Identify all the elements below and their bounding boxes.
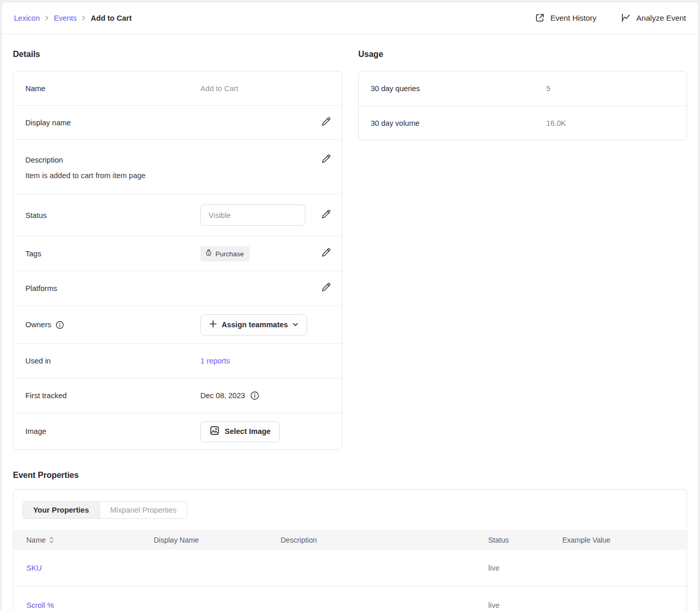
event-history-label: Event History bbox=[550, 13, 596, 22]
svg-text:$: $ bbox=[208, 252, 210, 255]
description-label: Description bbox=[25, 156, 310, 164]
status-label: Status bbox=[25, 211, 200, 220]
detail-row-used-in: Used in 1 reports bbox=[13, 343, 342, 378]
name-label: Name bbox=[25, 84, 200, 93]
owners-label: Owners bbox=[25, 321, 51, 329]
status-input[interactable]: Visible bbox=[200, 205, 305, 226]
usage-queries-value: 5 bbox=[546, 84, 550, 93]
properties-table: Name Display Name Description Status Exa… bbox=[13, 530, 687, 611]
breadcrumb: Lexicon Events Add to Cart bbox=[14, 14, 132, 22]
detail-row-owners: Owners Assign teammates bbox=[13, 306, 342, 343]
first-tracked-label: First tracked bbox=[25, 391, 200, 400]
top-actions: Event History Analyze Event bbox=[534, 12, 686, 23]
table-row-scroll-pct[interactable]: Scroll % live bbox=[13, 587, 687, 611]
external-link-icon bbox=[534, 12, 545, 23]
detail-row-image: Image Select Image bbox=[13, 413, 342, 449]
event-history-button[interactable]: Event History bbox=[534, 12, 596, 23]
usage-section: Usage 30 day queries 5 30 day volume 16.… bbox=[358, 50, 687, 140]
detail-row-tags: Tags $ Purchase bbox=[13, 236, 342, 271]
image-icon bbox=[209, 425, 220, 438]
analyze-event-button[interactable]: Analyze Event bbox=[620, 12, 686, 23]
assign-teammates-label: Assign teammates bbox=[222, 321, 288, 329]
edit-status-button[interactable] bbox=[310, 209, 342, 222]
usage-row-volume: 30 day volume 16.0K bbox=[359, 106, 687, 140]
detail-row-platforms: Platforms bbox=[13, 271, 342, 306]
tag-chip-label: Purchase bbox=[215, 250, 244, 258]
table-row-sku[interactable]: SKU live bbox=[13, 549, 687, 587]
column-header-display-name: Display Name bbox=[154, 536, 281, 544]
pencil-icon bbox=[320, 282, 331, 295]
column-header-description: Description bbox=[281, 536, 488, 544]
info-icon[interactable] bbox=[250, 391, 259, 400]
top-bar: Lexicon Events Add to Cart Event History bbox=[2, 2, 698, 34]
tab-mixpanel-properties[interactable]: Mixpanel Properties bbox=[100, 502, 187, 518]
detail-row-status: Status Visible bbox=[13, 194, 342, 236]
breadcrumb-events[interactable]: Events bbox=[54, 14, 77, 22]
property-status: live bbox=[488, 601, 562, 609]
money-bag-icon: $ bbox=[205, 249, 212, 258]
info-icon[interactable] bbox=[55, 321, 64, 329]
detail-row-name: Name Add to Cart bbox=[13, 71, 342, 105]
usage-row-queries: 30 day queries 5 bbox=[359, 71, 687, 106]
detail-row-description: Description Item is added to cart from i… bbox=[13, 139, 342, 194]
details-section: Details Name Add to Cart Display name bbox=[13, 50, 342, 450]
breadcrumb-lexicon[interactable]: Lexicon bbox=[14, 14, 40, 22]
lexicon-event-detail-page: Lexicon Events Add to Cart Event History bbox=[1, 2, 699, 611]
tag-chip-purchase[interactable]: $ Purchase bbox=[200, 246, 250, 261]
line-chart-icon bbox=[620, 12, 631, 23]
breadcrumb-current: Add to Cart bbox=[91, 14, 132, 22]
edit-tags-button[interactable] bbox=[310, 247, 342, 260]
pencil-icon bbox=[320, 209, 331, 222]
column-header-name[interactable]: Name bbox=[26, 536, 154, 544]
usage-queries-label: 30 day queries bbox=[371, 84, 546, 93]
display-name-label: Display name bbox=[25, 119, 200, 127]
chevron-right-icon bbox=[45, 16, 49, 20]
used-in-label: Used in bbox=[25, 357, 200, 365]
analyze-event-label: Analyze Event bbox=[636, 13, 686, 22]
edit-description-button[interactable] bbox=[310, 153, 342, 167]
property-name-link[interactable]: SKU bbox=[26, 564, 154, 572]
plus-icon bbox=[209, 320, 217, 329]
properties-table-header: Name Display Name Description Status Exa… bbox=[13, 530, 687, 549]
description-value: Item is added to cart from item page bbox=[25, 171, 342, 180]
platforms-label: Platforms bbox=[25, 284, 200, 293]
property-status: live bbox=[488, 564, 562, 572]
details-card: Name Add to Cart Display name bbox=[13, 71, 342, 450]
pencil-icon bbox=[320, 153, 331, 167]
sort-icon bbox=[49, 536, 54, 544]
usage-heading: Usage bbox=[358, 50, 687, 59]
event-properties-card: Your Properties Mixpanel Properties Name… bbox=[13, 489, 687, 611]
image-label: Image bbox=[25, 427, 200, 435]
pencil-icon bbox=[320, 247, 331, 260]
column-header-status: Status bbox=[488, 536, 562, 544]
assign-teammates-button[interactable]: Assign teammates bbox=[200, 314, 307, 336]
select-image-button[interactable]: Select Image bbox=[200, 421, 280, 442]
event-properties-section: Event Properties Your Properties Mixpane… bbox=[13, 471, 687, 611]
tags-label: Tags bbox=[25, 250, 200, 258]
select-image-label: Select Image bbox=[225, 427, 271, 435]
detail-row-first-tracked: First tracked Dec 08, 2023 bbox=[13, 378, 342, 413]
property-name-link[interactable]: Scroll % bbox=[26, 601, 154, 609]
column-header-example-value: Example Value bbox=[562, 536, 687, 544]
event-properties-heading: Event Properties bbox=[13, 471, 687, 480]
detail-row-display-name: Display name bbox=[13, 105, 342, 139]
usage-volume-label: 30 day volume bbox=[371, 119, 546, 127]
column-name-label: Name bbox=[26, 536, 46, 544]
used-in-reports-link[interactable]: 1 reports bbox=[200, 357, 230, 365]
first-tracked-value: Dec 08, 2023 bbox=[200, 391, 245, 400]
usage-volume-value: 16.0K bbox=[546, 119, 566, 127]
chevron-down-icon bbox=[293, 321, 298, 329]
usage-card: 30 day queries 5 30 day volume 16.0K bbox=[358, 71, 687, 140]
pencil-icon bbox=[320, 116, 331, 129]
edit-platforms-button[interactable] bbox=[310, 282, 342, 295]
properties-tab-group: Your Properties Mixpanel Properties bbox=[22, 501, 187, 519]
main-content: Details Name Add to Cart Display name bbox=[2, 34, 698, 611]
chevron-right-icon bbox=[81, 16, 86, 20]
edit-display-name-button[interactable] bbox=[310, 116, 342, 129]
name-value: Add to Cart bbox=[200, 84, 342, 93]
details-heading: Details bbox=[13, 50, 342, 59]
tab-your-properties[interactable]: Your Properties bbox=[23, 502, 100, 518]
